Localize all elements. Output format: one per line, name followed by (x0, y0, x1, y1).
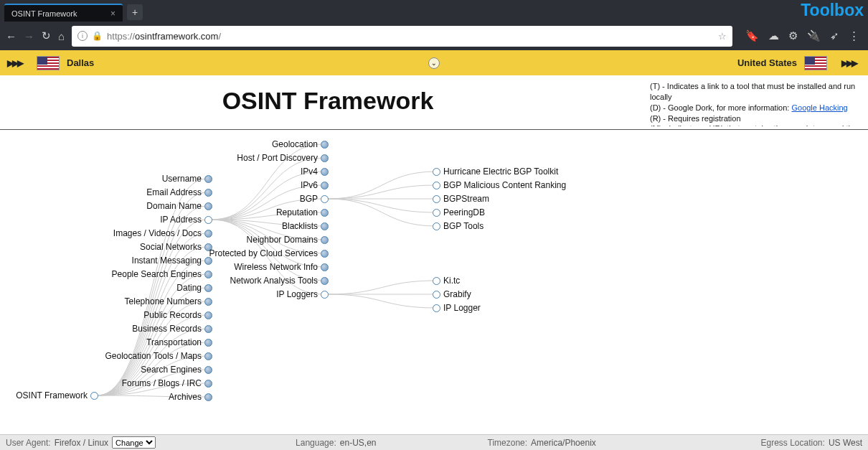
tree-node[interactable]: OSINT Framework (16, 390, 98, 400)
tree-node-label: Grabify (443, 289, 471, 299)
tree-node[interactable]: Neighbor Domains (247, 235, 329, 245)
tree-node[interactable]: Protected by Cloud Services (209, 248, 329, 258)
tree-node-label: Transportation (146, 337, 202, 347)
tree-node[interactable]: BGP Malicious Content Ranking (433, 180, 566, 190)
pointer-icon[interactable]: ➶ (830, 29, 839, 42)
toolbox-logo: Toolbox (801, 1, 864, 20)
tree-node[interactable]: Email Address (146, 187, 212, 197)
tree-node-label: PeeringDB (443, 207, 485, 217)
flag-icon-us (804, 56, 827, 70)
tree-node[interactable]: IPv6 (301, 180, 329, 190)
tree-node[interactable]: Host / Port Discovery (237, 153, 329, 163)
legend-d-link[interactable]: Google Hacking (791, 103, 847, 112)
url-host: osintframework.com (135, 31, 218, 42)
tree-node-dot (321, 222, 329, 230)
chevron-down-icon: ⌄ (428, 57, 440, 69)
tree-node[interactable]: Username (162, 174, 212, 184)
tree-node[interactable]: Geolocation (272, 139, 329, 149)
tree-node-dot (204, 284, 212, 292)
tree-node[interactable]: Social Networks (140, 242, 212, 252)
tree-node-label: Geolocation (272, 139, 318, 149)
chevron-right-icon: ▶▶▶ (834, 58, 864, 68)
tree-node-dot (204, 311, 212, 319)
tree-node-label: Wireless Network Info (234, 262, 318, 272)
tree-node-label: IP Logger (443, 303, 481, 313)
change-useragent-select[interactable]: Change (112, 436, 156, 449)
banner-left[interactable]: ▶▶▶ Dallas (0, 56, 94, 70)
tree-node[interactable]: Ki.tc (433, 276, 460, 286)
tree-node-label: Telephone Numbers (125, 296, 202, 306)
tree-node[interactable]: IP Logger (433, 303, 481, 313)
site-info-icon[interactable]: i (77, 31, 88, 41)
tree-node-label: Geolocation Tools / Maps (105, 351, 202, 361)
browser-tab[interactable]: OSINT Framework × (4, 4, 123, 22)
tree-node[interactable]: Forums / Blogs / IRC (122, 378, 212, 388)
tree-node-dot (204, 352, 212, 360)
banner-dropdown[interactable]: ⌄ (427, 50, 441, 75)
tree-node-label: People Search Engines (112, 269, 202, 279)
tree-node[interactable]: Public Records (143, 310, 212, 320)
tree-node[interactable]: Hurricane Electric BGP Toolkit (433, 167, 558, 177)
tree-node-label: Protected by Cloud Services (209, 248, 318, 258)
language-label: Language: (296, 438, 336, 448)
plug-icon[interactable]: 🔌 (807, 29, 821, 42)
tree-node[interactable]: Business Records (132, 324, 212, 334)
cloud-sync-icon[interactable]: ☁ (768, 29, 779, 42)
close-icon[interactable]: × (110, 9, 115, 18)
reload-button[interactable]: ↻ (42, 29, 51, 42)
tree-node-label: OSINT Framework (16, 390, 88, 400)
tree-node[interactable]: BGPStream (433, 194, 489, 204)
tree-node[interactable]: Geolocation Tools / Maps (105, 351, 212, 361)
tree-node-label: BGPStream (443, 194, 489, 204)
tree-node-label: Archives (169, 392, 202, 402)
nav-bar: ← → ↻ ⌂ i 🔒 https://osintframework.com/ … (0, 22, 868, 50)
home-button[interactable]: ⌂ (58, 30, 65, 42)
tree-node[interactable]: BGP Tools (433, 221, 483, 231)
tree-node[interactable]: Transportation (146, 337, 212, 347)
tree-node-label: BGP (300, 194, 318, 204)
tree-node[interactable]: Reputation (276, 207, 329, 217)
tree-node[interactable]: IP Loggers (276, 289, 329, 299)
tree-node-label: Neighbor Domains (247, 235, 318, 245)
tree-node-dot (433, 291, 440, 299)
tree-node[interactable]: Telephone Numbers (125, 296, 212, 306)
tree-node[interactable]: Blacklists (282, 221, 329, 231)
tree-node-label: Business Records (132, 324, 202, 334)
menu-icon[interactable]: ⋮ (849, 29, 859, 42)
tree-node-dot (204, 189, 212, 197)
bookmark-icon[interactable]: 🔖 (745, 29, 759, 42)
tree-node-dot (90, 392, 98, 400)
tree-node[interactable]: Search Engines (141, 365, 212, 375)
tree-node-dot (204, 271, 212, 278)
tree-node[interactable]: PeeringDB (433, 207, 485, 217)
url-bar[interactable]: i 🔒 https://osintframework.com/ ☆ (72, 26, 732, 47)
forward-button[interactable]: → (24, 30, 34, 42)
tree-node[interactable]: Network Analysis Tools (230, 276, 329, 286)
tree-node[interactable]: IPv4 (301, 167, 329, 177)
tree-node[interactable]: IP Address (160, 215, 212, 225)
legend-d: (D) - Google Dork, for more information:… (650, 103, 862, 113)
banner-city: Dallas (67, 57, 94, 68)
tree-node-label: Search Engines (141, 365, 202, 375)
banner-right[interactable]: United States ▶▶▶ (737, 56, 868, 70)
bookmark-star-icon[interactable]: ☆ (718, 31, 727, 42)
tree-node[interactable]: Grabify (433, 289, 471, 299)
tree-node[interactable]: People Search Engines (112, 269, 212, 279)
tree-node[interactable]: Instant Messaging (132, 256, 212, 266)
tree-node[interactable]: Domain Name (146, 201, 212, 211)
tree-node-label: Domain Name (146, 201, 202, 211)
osint-tree[interactable]: OSINT FrameworkUsernameEmail AddressDoma… (0, 130, 868, 434)
tree-node-dot (321, 209, 329, 217)
tree-node[interactable]: Dating (176, 283, 212, 293)
tree-node-label: IP Loggers (276, 289, 318, 299)
back-button[interactable]: ← (6, 30, 16, 42)
tree-node[interactable]: BGP (300, 194, 329, 204)
tree-node-label: Images / Videos / Docs (113, 228, 202, 238)
tree-node[interactable]: Wireless Network Info (234, 262, 329, 272)
gear-icon[interactable]: ⚙ (788, 29, 798, 42)
tree-node[interactable]: Images / Videos / Docs (113, 228, 212, 238)
tree-node-dot (204, 393, 212, 401)
tree-node-dot (321, 250, 329, 258)
tree-node[interactable]: Archives (169, 392, 212, 402)
new-tab-button[interactable]: + (127, 4, 143, 20)
